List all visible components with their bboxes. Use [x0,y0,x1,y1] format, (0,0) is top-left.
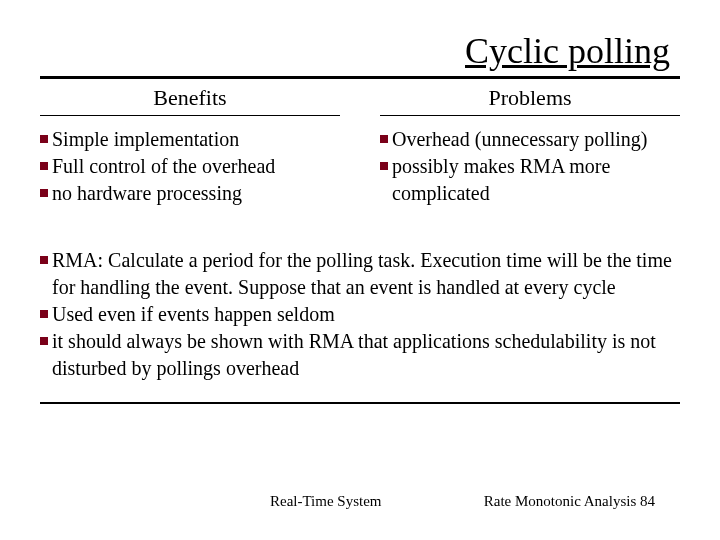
problems-header: Problems [380,85,680,111]
list-item: Simple implementation [40,126,340,153]
bullet-text: possibly makes RMA more complicated [392,153,680,207]
benefits-column: Benefits Simple implementation Full cont… [40,85,340,207]
bullet-icon [40,337,48,345]
list-item: possibly makes RMA more complicated [380,153,680,207]
list-item: Full control of the overhead [40,153,340,180]
list-item: it should always be shown with RMA that … [40,328,680,382]
bullet-icon [40,310,48,318]
title-rule [40,76,680,79]
footer-right: Rate Monotonic Analysis 84 [484,493,655,510]
bullet-text: it should always be shown with RMA that … [52,328,680,382]
problems-list: Overhead (unnecessary polling) possibly … [380,126,680,207]
problems-column: Problems Overhead (unnecessary polling) … [380,85,680,207]
columns: Benefits Simple implementation Full cont… [40,85,680,207]
slide: Cyclic polling Benefits Simple implement… [0,0,720,404]
problems-rule [380,115,680,116]
benefits-header: Benefits [40,85,340,111]
benefits-rule [40,115,340,116]
list-item: Used even if events happen seldom [40,301,680,328]
bullet-icon [40,189,48,197]
list-item: Overhead (unnecessary polling) [380,126,680,153]
list-item: RMA: Calculate a period for the polling … [40,247,680,301]
bullet-icon [40,256,48,264]
footer-left: Real-Time System [270,493,382,510]
bullet-icon [40,162,48,170]
list-item: no hardware processing [40,180,340,207]
bullet-text: Full control of the overhead [52,153,275,180]
bullet-icon [40,135,48,143]
bullet-text: Used even if events happen seldom [52,301,335,328]
bullet-icon [380,135,388,143]
bullet-text: Overhead (unnecessary polling) [392,126,647,153]
bullet-text: no hardware processing [52,180,242,207]
bullet-text: RMA: Calculate a period for the polling … [52,247,680,301]
slide-title: Cyclic polling [40,30,680,72]
footer: Real-Time System Rate Monotonic Analysis… [0,493,720,510]
notes-list: RMA: Calculate a period for the polling … [40,247,680,382]
benefits-list: Simple implementation Full control of th… [40,126,340,207]
footer-rule [40,402,680,404]
bullet-icon [380,162,388,170]
bullet-text: Simple implementation [52,126,239,153]
